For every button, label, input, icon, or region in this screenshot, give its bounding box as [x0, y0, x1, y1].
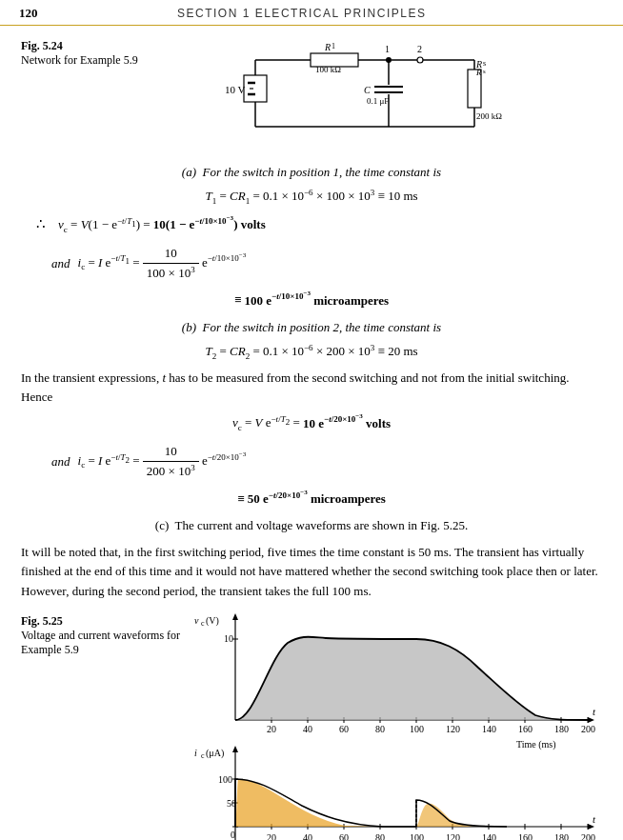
- eq-T2: T2 = CR2 = 0.1 × 10−6 × 200 × 103 ≡ 20 m…: [21, 342, 602, 364]
- svg-text:C: C: [364, 85, 371, 95]
- page-header: 120 SECTION 1 ELECTRICAL PRINCIPLES: [0, 0, 623, 26]
- svg-text:(μA): (μA): [206, 748, 224, 759]
- part-a-block: (a) For the switch in position 1, the ti…: [21, 163, 602, 601]
- fig-25-label: Fig. 5.25 Voltage and current waveforms …: [21, 610, 192, 657]
- svg-text:c: c: [201, 751, 205, 760]
- circuit-diagram: 10 V R 1 100 kΩ 1 2: [138, 35, 602, 155]
- svg-text:100: 100: [410, 832, 424, 840]
- svg-text:s: s: [483, 59, 486, 68]
- svg-text:100: 100: [410, 724, 424, 734]
- eq-ic1-result: ≡ 100 e−t/10×10−3 microamperes: [21, 289, 602, 310]
- svg-text:100: 100: [218, 774, 232, 785]
- svg-text:120: 120: [446, 832, 460, 840]
- svg-text:180: 180: [554, 832, 569, 840]
- current-chart: i c (μA) 100 50 0 -50 20 40 60: [192, 743, 602, 840]
- svg-text:60: 60: [339, 832, 349, 840]
- svg-text:0.1 μF: 0.1 μF: [367, 96, 389, 106]
- svg-text:160: 160: [518, 724, 533, 734]
- svg-text:0: 0: [231, 830, 235, 840]
- circuit-svg: 10 V R 1 100 kΩ 1 2: [217, 41, 522, 146]
- main-content: Fig. 5.24 Network for Example 5.9 10 V: [0, 26, 623, 840]
- svg-text:10: 10: [224, 633, 233, 644]
- svg-text:20: 20: [267, 724, 276, 734]
- svg-marker-65: [232, 746, 238, 752]
- part-b-label: (b) For the switch in position 2, the ti…: [21, 318, 602, 337]
- section-title: SECTION 1 ELECTRICAL PRINCIPLES: [177, 7, 426, 20]
- svg-text:140: 140: [482, 832, 496, 840]
- figure-25-section: Fig. 5.25 Voltage and current waveforms …: [21, 610, 602, 840]
- svg-text:100 kΩ: 100 kΩ: [315, 65, 341, 74]
- svg-text:200: 200: [581, 832, 595, 840]
- page-number: 120: [19, 6, 38, 21]
- svg-text:180: 180: [554, 724, 569, 734]
- figure-24-block: Fig. 5.24 Network for Example 5.9 10 V: [21, 35, 602, 155]
- eq-ic2-table: and ic = I e−t/T2 = 10 200 × 103 e−t/20×…: [50, 440, 248, 484]
- eq-ic2-result: ≡ 50 e−t/20×10−3 microamperes: [21, 488, 602, 509]
- svg-text:R: R: [475, 68, 482, 77]
- svg-text:1: 1: [385, 44, 390, 54]
- eq-ic1-table: and ic = I e−t/T1 = 10 100 × 103 e−t/10×…: [50, 242, 248, 286]
- svg-rect-1: [244, 75, 267, 102]
- svg-point-16: [417, 57, 423, 63]
- eq-vc2: vc = V e−t/T2 = 10 e−t/20×10−3 volts: [21, 411, 602, 435]
- svg-text:200: 200: [581, 724, 595, 734]
- eq-T1: T1 = CR1 = 0.1 × 10−6 × 100 × 103 ≡ 10 m…: [21, 187, 602, 209]
- svg-text:80: 80: [375, 724, 385, 734]
- svg-text:160: 160: [518, 832, 533, 840]
- svg-text:140: 140: [482, 724, 496, 734]
- svg-text:200 kΩ: 200 kΩ: [476, 111, 502, 121]
- fig-24-label: Fig. 5.24 Network for Example 5.9: [21, 35, 138, 68]
- svg-text:R: R: [324, 42, 331, 52]
- part-c-label: (c) The current and voltage waveforms ar…: [21, 516, 602, 535]
- svg-text:i: i: [194, 748, 197, 758]
- svg-text:10 V: 10 V: [225, 84, 246, 95]
- svg-text:(V): (V): [206, 615, 219, 627]
- svg-text:t: t: [593, 813, 596, 825]
- svg-text:s: s: [483, 68, 486, 75]
- svg-text:t: t: [593, 706, 596, 717]
- svg-text:120: 120: [446, 724, 460, 734]
- svg-text:60: 60: [339, 724, 349, 734]
- svg-text:80: 80: [375, 832, 385, 840]
- svg-marker-34: [232, 613, 238, 620]
- transient-note: In the transient expressions, t has to b…: [21, 369, 602, 407]
- charts-container: v c (V) 10 20 40 60 80 100 120: [192, 610, 602, 840]
- svg-text:c: c: [201, 619, 205, 628]
- svg-text:20: 20: [267, 832, 276, 840]
- voltage-chart: v c (V) 10 20 40 60 80 100 120: [192, 610, 602, 758]
- svg-text:2: 2: [417, 44, 422, 54]
- svg-text:40: 40: [303, 832, 312, 840]
- svg-text:40: 40: [303, 724, 312, 734]
- explanation-paragraph: It will be noted that, in the first swit…: [21, 543, 602, 600]
- svg-text:1: 1: [332, 42, 335, 50]
- svg-text:v: v: [194, 615, 199, 626]
- part-a-label: (a) For the switch in position 1, the ti…: [21, 163, 602, 182]
- eq-vc1: ∴ vc = V(1 − e−t/T1) = 10(1 − e−t/10×10−…: [36, 213, 602, 237]
